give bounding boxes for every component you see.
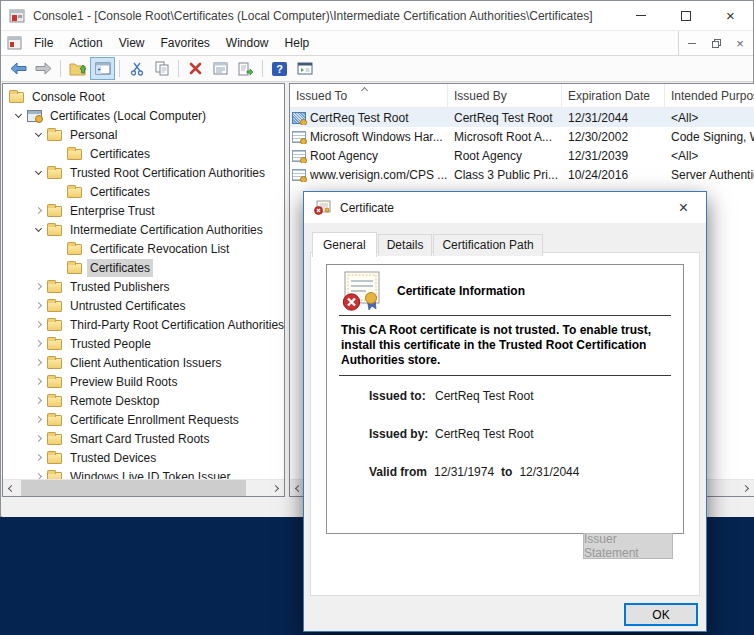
scroll-right-arrow[interactable] <box>267 480 284 497</box>
certificate-row[interactable]: www.verisign.com/CPS ...Class 3 Public P… <box>290 165 754 184</box>
back-icon <box>10 62 27 75</box>
child-minimize-button[interactable] <box>685 36 699 50</box>
tree-item[interactable]: Trusted Devices <box>3 448 284 467</box>
column-header-issued-by[interactable]: Issued By <box>448 84 562 107</box>
folder-icon <box>47 396 62 407</box>
valid-to-value: 12/31/2044 <box>519 465 579 479</box>
tree-item[interactable]: Untrusted Certificates <box>3 296 284 315</box>
forward-button[interactable] <box>31 57 56 80</box>
issued-to-cell: www.verisign.com/CPS ... <box>290 168 448 182</box>
tree-item[interactable]: Client Authentication Issuers <box>3 353 284 372</box>
console-tree: Console RootCertificates (Local Computer… <box>3 84 284 486</box>
chevron-down-icon[interactable] <box>29 125 47 144</box>
chevron-right-icon[interactable] <box>29 372 47 391</box>
ok-button[interactable]: OK <box>624 603 698 626</box>
certificate-row[interactable]: Root AgencyRoot Agency12/31/2039<All> <box>290 146 754 165</box>
export-list-button[interactable] <box>233 57 258 80</box>
tree-item[interactable]: Trusted Publishers <box>3 277 284 296</box>
column-header-intended-purposes[interactable]: Intended Purposes <box>665 84 754 107</box>
tree-item-label: Smart Card Trusted Roots <box>67 430 212 448</box>
chevron-right-icon[interactable] <box>29 277 47 296</box>
folder-icon <box>47 168 62 179</box>
scroll-thumb[interactable] <box>21 480 246 496</box>
chevron-right-icon[interactable] <box>29 429 47 448</box>
chevron-right-icon[interactable] <box>29 391 47 410</box>
child-restore-button[interactable] <box>709 36 723 50</box>
tree-item[interactable]: Trusted People <box>3 334 284 353</box>
tree-item[interactable]: Smart Card Trusted Roots <box>3 429 284 448</box>
tree-item[interactable]: Certificate Enrollment Requests <box>3 410 284 429</box>
chevron-right-icon[interactable] <box>29 334 47 353</box>
tab-details[interactable]: Details <box>378 234 433 256</box>
child-close-button[interactable]: × <box>733 36 747 50</box>
menu-favorites[interactable]: Favorites <box>153 32 218 54</box>
certificate-row[interactable]: CertReq Test RootCertReq Test Root12/31/… <box>290 108 754 127</box>
tree-item[interactable]: Trusted Root Certification Authorities <box>3 163 284 182</box>
tree-item[interactable]: Certificate Revocation List <box>3 239 284 258</box>
column-header-issued-to[interactable]: Issued To <box>290 84 448 107</box>
dialog-close-icon: × <box>679 199 688 217</box>
chevron-right-icon[interactable] <box>29 353 47 372</box>
tree-item[interactable]: Third-Party Root Certification Authoriti… <box>3 315 284 334</box>
show-hide-console-tree-button[interactable] <box>90 57 115 80</box>
chevron-right-icon[interactable] <box>29 315 47 334</box>
maximize-button[interactable] <box>663 1 708 30</box>
menu-view[interactable]: View <box>111 32 153 54</box>
issuer-statement-button[interactable]: Issuer Statement <box>583 533 673 559</box>
scroll-right-arrow[interactable] <box>737 480 754 497</box>
chevron-right-icon[interactable] <box>29 448 47 467</box>
tree-item-label: Remote Desktop <box>67 392 162 410</box>
menu-help[interactable]: Help <box>277 32 318 54</box>
properties-button[interactable] <box>208 57 233 80</box>
tab-certification-path[interactable]: Certification Path <box>433 234 542 256</box>
tab-general[interactable]: General <box>312 232 377 257</box>
certificate-store-icon <box>27 110 42 122</box>
desktop: Console1 - [Console Root\Certificates (L… <box>0 0 754 635</box>
chevron-right-icon[interactable] <box>29 201 47 220</box>
new-window-button[interactable] <box>292 57 317 80</box>
tree-item[interactable]: Certificates <box>3 182 284 201</box>
chevron-down-icon[interactable] <box>9 106 27 125</box>
menu-window[interactable]: Window <box>218 32 277 54</box>
child-restore-icon <box>712 39 721 48</box>
scroll-left-arrow[interactable] <box>3 480 20 497</box>
help-button[interactable]: ? <box>267 57 292 80</box>
chevron-down-icon[interactable] <box>29 163 47 182</box>
certificate-dialog: Certificate × General Details Certificat… <box>303 191 707 632</box>
mmc-app-icon <box>9 8 25 24</box>
up-one-level-button[interactable] <box>65 57 90 80</box>
new-window-icon <box>297 62 313 75</box>
scroll-track[interactable] <box>20 480 267 496</box>
tree-item[interactable]: Intermediate Certification Authorities <box>3 220 284 239</box>
tree-item[interactable]: Console Root <box>3 87 284 106</box>
chevron-right-icon[interactable] <box>29 410 47 429</box>
export-list-icon <box>238 62 254 76</box>
cut-button[interactable] <box>124 57 149 80</box>
tree-item[interactable]: Remote Desktop <box>3 391 284 410</box>
tree-item[interactable]: Certificates <box>3 258 284 277</box>
tree-item[interactable]: Personal <box>3 125 284 144</box>
tree-horizontal-scrollbar[interactable] <box>3 479 284 496</box>
tree-item[interactable]: Preview Build Roots <box>3 372 284 391</box>
copy-button[interactable] <box>149 57 174 80</box>
properties-icon <box>213 62 228 75</box>
delete-button[interactable] <box>183 57 208 80</box>
tree-item-label: Certificates (Local Computer) <box>47 107 209 125</box>
menu-file[interactable]: File <box>26 32 61 54</box>
dialog-close-button[interactable]: × <box>661 192 706 223</box>
tree-item[interactable]: Certificates (Local Computer) <box>3 106 284 125</box>
issued-by-cell: Microsoft Root A... <box>448 130 562 144</box>
close-button[interactable]: × <box>708 1 753 30</box>
tree-item[interactable]: Enterprise Trust <box>3 201 284 220</box>
issued-by-value: CertReq Test Root <box>435 427 534 441</box>
column-header-expiration-date[interactable]: Expiration Date <box>562 84 665 107</box>
chevron-down-icon[interactable] <box>29 220 47 239</box>
tree-item[interactable]: Certificates <box>3 144 284 163</box>
valid-to-conjunction: to <box>501 465 512 479</box>
certificate-row[interactable]: Microsoft Windows Har...Microsoft Root A… <box>290 127 754 146</box>
menu-action[interactable]: Action <box>61 32 110 54</box>
minimize-button[interactable] <box>618 1 663 30</box>
chevron-right-icon[interactable] <box>29 296 47 315</box>
back-button[interactable] <box>6 57 31 80</box>
expiration-date-cell: 12/31/2044 <box>562 111 665 125</box>
